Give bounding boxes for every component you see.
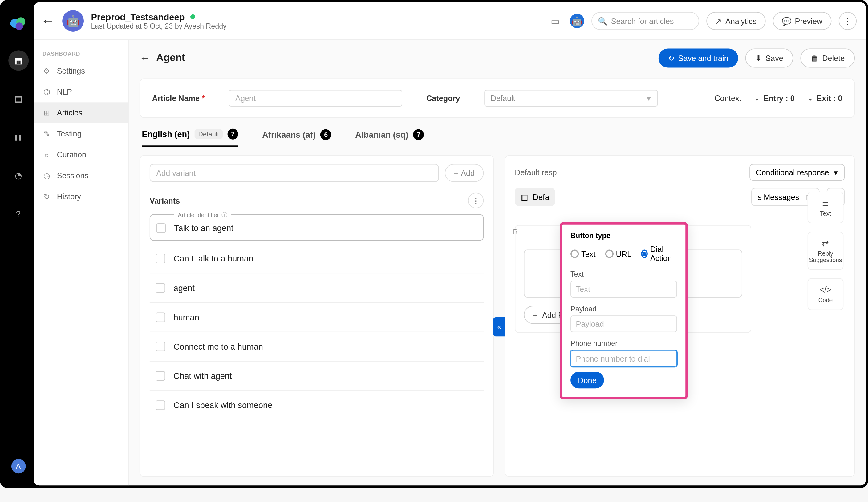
tab-afrikaans[interactable]: Afrikaans (af) 6 — [262, 129, 331, 147]
category-label: Category — [426, 94, 460, 103]
payload-input[interactable] — [570, 315, 677, 332]
article-name-input[interactable] — [229, 90, 403, 106]
bot-avatar: 🤖 — [62, 10, 84, 32]
trash-icon: 🗑 — [811, 54, 818, 63]
page-title: Agent — [156, 52, 185, 64]
save-and-train-button[interactable]: ↻Save and train — [659, 48, 738, 67]
tab-count: 6 — [321, 129, 331, 140]
tool-code[interactable]: </>Code — [808, 279, 844, 310]
variant-row[interactable]: Can I speak with someone — [150, 391, 484, 419]
tab-count: 7 — [227, 129, 238, 139]
tool-text[interactable]: ≣Text — [808, 191, 844, 223]
radio-dial-action[interactable]: Dial Action — [641, 245, 677, 263]
sidebar-item-label: NLP — [57, 87, 72, 96]
sidebar-item-testing[interactable]: ✎Testing — [34, 123, 128, 144]
rail-dashboard-icon[interactable]: ▦ — [8, 50, 28, 71]
user-avatar[interactable]: A — [11, 459, 25, 474]
back-arrow-icon[interactable]: ← — [41, 13, 55, 29]
sidebar-item-history[interactable]: ↻History — [34, 186, 128, 207]
button-type-popover: Button type Text URL Dial Action Text Pa… — [560, 222, 688, 399]
add-variant-input[interactable] — [150, 164, 439, 182]
conditional-response-select[interactable]: Conditional response▾ — [750, 164, 845, 181]
article-identifier-label: Article Identifier ⓘ — [174, 211, 231, 219]
search-icon: 🔍 — [598, 16, 607, 25]
more-menu-button[interactable]: ⋮ — [839, 12, 857, 30]
article-identifier-value: Talk to an agent — [174, 223, 476, 233]
sessions-icon: ◷ — [42, 171, 51, 180]
sidebar-item-label: Articles — [57, 108, 83, 117]
sidebar-item-label: Settings — [57, 66, 85, 75]
save-button[interactable]: ⬇Save — [745, 48, 794, 67]
tab-english[interactable]: English (en) Default 7 — [142, 129, 238, 147]
checkbox[interactable] — [156, 312, 165, 322]
checkbox[interactable] — [156, 371, 165, 381]
checkbox[interactable] — [156, 223, 166, 233]
nlp-icon: ⌬ — [42, 87, 51, 96]
sidebar-item-articles[interactable]: ⊞Articles — [34, 102, 128, 123]
variants-header: Variants — [150, 196, 180, 205]
checkbox[interactable] — [156, 254, 165, 263]
rail-docs-icon[interactable]: ▤ — [8, 89, 28, 109]
category-select[interactable]: Default ▾ — [484, 90, 658, 106]
delete-button[interactable]: 🗑Delete — [800, 48, 855, 67]
done-button[interactable]: Done — [570, 372, 604, 388]
search-placeholder: Search for articles — [611, 16, 674, 25]
variant-row[interactable]: Connect me to a human — [150, 332, 484, 362]
radio-text[interactable]: Text — [570, 249, 596, 258]
sidebar-item-label: Curation — [57, 150, 86, 159]
sidebar-item-nlp[interactable]: ⌬NLP — [34, 81, 128, 102]
rail-help-icon[interactable]: ? — [8, 203, 28, 224]
variants-more-button[interactable]: ⋮ — [468, 193, 484, 209]
sidebar-item-sessions[interactable]: ◷Sessions — [34, 165, 128, 186]
variant-row[interactable]: human — [150, 303, 484, 332]
window-icon: ▥ — [521, 192, 528, 201]
article-identifier-field[interactable]: Article Identifier ⓘ Talk to an agent — [150, 215, 484, 241]
tab-albanian[interactable]: Albanian (sq) 7 — [355, 129, 424, 147]
info-icon: ⓘ — [221, 211, 227, 219]
add-variant-button[interactable]: +Add — [445, 164, 484, 182]
radio-url[interactable]: URL — [605, 249, 632, 258]
variant-row[interactable]: Chat with agent — [150, 362, 484, 391]
checkbox[interactable] — [156, 283, 165, 293]
app-logo — [9, 14, 27, 32]
context-entry[interactable]: ⌄Entry : 0 — [754, 94, 794, 103]
channel-default[interactable]: ▥ Defa — [515, 188, 555, 206]
save-icon: ⬇ — [755, 54, 762, 63]
sidebar-item-label: Testing — [57, 129, 82, 138]
context-exit[interactable]: ⌄Exit : 0 — [808, 94, 842, 103]
sidebar-item-label: Sessions — [57, 171, 89, 180]
text-label: Text — [570, 270, 677, 278]
variant-row[interactable]: Can I talk to a human — [150, 244, 484, 273]
checkbox[interactable] — [156, 400, 165, 410]
variant-row[interactable]: agent — [150, 273, 484, 303]
phone-input[interactable] — [570, 350, 677, 367]
sidebar-item-curation[interactable]: ☼Curation — [34, 144, 128, 165]
testing-icon: ✎ — [42, 129, 51, 138]
minimize-icon[interactable]: ▭ — [548, 14, 563, 28]
collapse-handle[interactable]: « — [493, 317, 505, 336]
phone-label: Phone number — [570, 339, 677, 348]
search-input[interactable]: 🔍 Search for articles — [591, 12, 699, 30]
tool-reply-suggestions[interactable]: ⇄Reply Suggestions — [808, 232, 844, 270]
checkbox[interactable] — [156, 342, 165, 352]
plus-icon: + — [533, 311, 537, 320]
rail-stats-icon[interactable]: ⫿⫿ — [8, 127, 28, 147]
bot-title: Preprod_Testsandeep — [91, 12, 226, 22]
icon-rail: ▦ ▤ ⫿⫿ ◔ ? A — [2, 2, 34, 485]
page-back-icon[interactable]: ← — [140, 52, 150, 64]
articles-icon: ⊞ — [42, 108, 51, 117]
variants-panel: +Add Variants ⋮ Article Identifier ⓘ Tal… — [140, 155, 494, 477]
sidebar-header: DASHBOARD — [34, 44, 128, 60]
reply-card-label: R — [513, 228, 518, 235]
default-badge: Default — [195, 129, 223, 139]
context-label: Context — [715, 94, 741, 103]
assistant-avatar-icon[interactable]: 🤖 — [570, 14, 584, 28]
chevron-down-icon: ▾ — [647, 94, 651, 103]
history-icon: ↻ — [42, 192, 51, 201]
rail-pie-icon[interactable]: ◔ — [8, 165, 28, 185]
text-input[interactable] — [570, 281, 677, 297]
status-dot-icon — [191, 14, 196, 19]
preview-button[interactable]: 💬Preview — [773, 12, 831, 30]
sidebar-item-settings[interactable]: ⚙Settings — [34, 60, 128, 81]
analytics-button[interactable]: ↗Analytics — [706, 12, 765, 30]
